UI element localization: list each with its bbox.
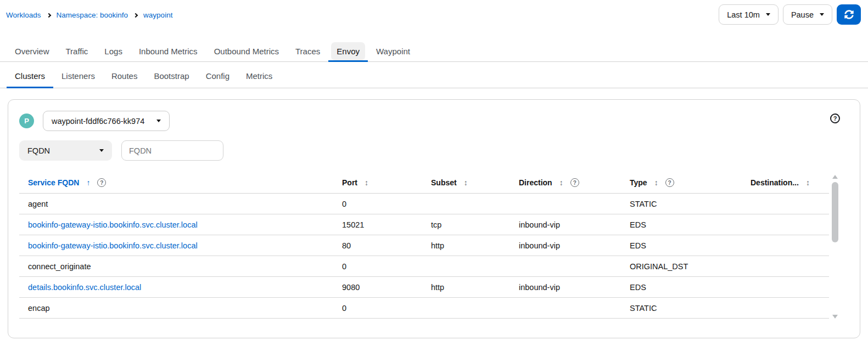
table-row: encap 0 STATIC xyxy=(19,298,829,319)
refresh-interval-label: Pause xyxy=(791,10,814,19)
tab-logs[interactable]: Logs xyxy=(96,41,131,61)
help-icon[interactable]: ? xyxy=(97,178,106,187)
port-cell: 0 xyxy=(333,298,422,319)
breadcrumb-link-namespace[interactable]: Namespace: bookinfo xyxy=(57,11,128,19)
subset-cell xyxy=(422,298,510,319)
subtab-clusters[interactable]: Clusters xyxy=(7,64,53,88)
tab-traffic[interactable]: Traffic xyxy=(58,41,97,61)
table-scrollbar[interactable] xyxy=(832,175,838,319)
direction-cell xyxy=(510,256,621,277)
pod-selector-row: P waypoint-fddf6c766-kk974 xyxy=(19,111,849,131)
column-label-port[interactable]: Port xyxy=(342,178,357,187)
table-row: bookinfo-gateway-istio.bookinfo.svc.clus… xyxy=(19,235,829,256)
column-header-subset: Subset ↕ xyxy=(422,175,510,194)
duration-dropdown-label: Last 10m xyxy=(727,10,760,19)
scrollbar-thumb[interactable] xyxy=(832,182,838,242)
table-row: details.bookinfo.svc.cluster.local 9080 … xyxy=(19,277,829,298)
subtab-config[interactable]: Config xyxy=(198,64,238,88)
table-row: bookinfo-gateway-istio.bookinfo.svc.clus… xyxy=(19,214,829,235)
breadcrumb: Workloads Namespace: bookinfo waypoint xyxy=(6,11,172,19)
duration-dropdown[interactable]: Last 10m xyxy=(719,4,779,25)
workload-tabs: Overview Traffic Logs Inbound Metrics Ou… xyxy=(0,41,868,62)
breadcrumb-link-workload[interactable]: waypoint xyxy=(143,11,172,19)
subset-cell: http xyxy=(422,235,510,256)
destination-cell xyxy=(742,277,829,298)
help-icon[interactable]: ? xyxy=(830,114,840,123)
destination-cell xyxy=(742,256,829,277)
port-cell: 0 xyxy=(333,194,422,214)
service-fqdn-link[interactable]: bookinfo-gateway-istio.bookinfo.svc.clus… xyxy=(28,220,198,229)
port-cell: 80 xyxy=(333,235,422,256)
column-label-service-fqdn[interactable]: Service FQDN xyxy=(28,178,79,187)
column-header-port: Port ↕ xyxy=(333,175,422,194)
help-icon[interactable]: ? xyxy=(665,178,674,187)
column-label-type[interactable]: Type xyxy=(630,178,647,187)
tab-overview[interactable]: Overview xyxy=(7,41,58,61)
tab-waypoint[interactable]: Waypoint xyxy=(368,41,418,61)
filter-type-label: FQDN xyxy=(27,146,50,155)
subset-cell: http xyxy=(422,277,510,298)
direction-cell: inbound-vip xyxy=(510,277,621,298)
envoy-subtabs: Clusters Listeners Routes Bootstrap Conf… xyxy=(0,63,868,88)
filter-row: FQDN xyxy=(19,140,849,161)
sort-icon[interactable]: ↕ xyxy=(806,179,810,186)
caret-down-icon xyxy=(156,120,161,122)
sort-icon[interactable]: ↕ xyxy=(559,179,563,186)
sync-icon xyxy=(844,10,854,19)
column-header-service-fqdn: Service FQDN ↑ ? xyxy=(19,175,333,194)
caret-down-icon xyxy=(820,13,824,16)
clusters-table-wrap: Service FQDN ↑ ? Port ↕ Subset xyxy=(19,175,829,319)
column-header-destination: Destination... ↕ xyxy=(742,175,829,194)
type-cell: EDS xyxy=(621,277,742,298)
type-cell: STATIC xyxy=(621,298,742,319)
tab-traces[interactable]: Traces xyxy=(287,41,328,61)
time-toolbar: Last 10m Pause xyxy=(719,4,861,25)
subtab-routes[interactable]: Routes xyxy=(103,64,146,88)
direction-cell: inbound-vip xyxy=(510,214,621,235)
column-label-subset[interactable]: Subset xyxy=(431,178,457,187)
caret-down-icon xyxy=(99,149,104,152)
sort-icon[interactable]: ↕ xyxy=(464,179,468,186)
scrollbar-down-icon[interactable] xyxy=(832,315,838,319)
direction-cell xyxy=(510,298,621,319)
tab-outbound-metrics[interactable]: Outbound Metrics xyxy=(206,41,287,61)
clusters-table: Service FQDN ↑ ? Port ↕ Subset xyxy=(19,175,829,319)
subtab-listeners[interactable]: Listeners xyxy=(53,64,103,88)
subset-cell: tcp xyxy=(422,214,510,235)
destination-cell xyxy=(742,214,829,235)
refresh-button[interactable] xyxy=(837,4,861,25)
destination-cell xyxy=(742,235,829,256)
sort-icon[interactable]: ↕ xyxy=(365,179,368,186)
subset-cell xyxy=(422,194,510,214)
port-cell: 15021 xyxy=(333,214,422,235)
direction-cell: inbound-vip xyxy=(510,235,621,256)
filter-input[interactable] xyxy=(121,140,223,161)
pod-dropdown-label: waypoint-fddf6c766-kk974 xyxy=(52,117,144,126)
type-cell: ORIGINAL_DST xyxy=(621,256,742,277)
type-cell: EDS xyxy=(621,214,742,235)
pod-dropdown[interactable]: waypoint-fddf6c766-kk974 xyxy=(43,111,170,131)
scrollbar-up-icon[interactable] xyxy=(832,175,838,179)
sort-asc-icon[interactable]: ↑ xyxy=(86,179,90,186)
service-fqdn-link[interactable]: bookinfo-gateway-istio.bookinfo.svc.clus… xyxy=(28,241,198,250)
help-icon[interactable]: ? xyxy=(570,178,579,187)
column-label-direction[interactable]: Direction xyxy=(519,178,552,187)
sort-icon[interactable]: ↕ xyxy=(654,179,658,186)
port-cell: 9080 xyxy=(333,277,422,298)
type-cell: EDS xyxy=(621,235,742,256)
subtab-bootstrap[interactable]: Bootstrap xyxy=(145,64,197,88)
tab-envoy[interactable]: Envoy xyxy=(328,41,368,61)
tab-inbound-metrics[interactable]: Inbound Metrics xyxy=(131,41,206,61)
table-row: agent 0 STATIC xyxy=(19,194,829,214)
breadcrumb-link-workloads[interactable]: Workloads xyxy=(6,11,41,19)
service-fqdn-text: connect_originate xyxy=(28,262,91,271)
direction-cell xyxy=(510,194,621,214)
service-fqdn-link[interactable]: details.bookinfo.svc.cluster.local xyxy=(28,283,141,292)
refresh-interval-dropdown[interactable]: Pause xyxy=(783,4,832,25)
table-row: connect_originate 0 ORIGINAL_DST xyxy=(19,256,829,277)
subtab-metrics[interactable]: Metrics xyxy=(238,64,281,88)
table-header-row: Service FQDN ↑ ? Port ↕ Subset xyxy=(19,175,829,194)
port-cell: 0 xyxy=(333,256,422,277)
filter-type-dropdown[interactable]: FQDN xyxy=(19,140,112,161)
column-label-destination[interactable]: Destination... xyxy=(751,178,799,187)
